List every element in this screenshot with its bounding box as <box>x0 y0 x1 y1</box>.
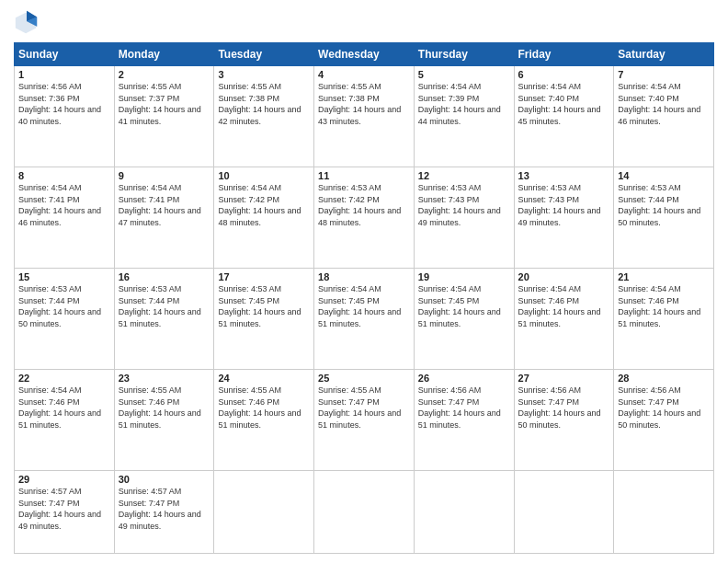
col-saturday: Saturday <box>614 43 714 66</box>
day-info: Sunrise: 4:54 AMSunset: 7:46 PMDaylight:… <box>18 385 110 431</box>
day-number: 21 <box>618 271 710 282</box>
calendar-cell: 14Sunrise: 4:53 AMSunset: 7:44 PMDayligh… <box>614 167 714 269</box>
day-number: 2 <box>119 69 210 80</box>
day-number: 24 <box>218 373 310 384</box>
day-number: 29 <box>18 474 110 485</box>
day-info: Sunrise: 4:54 AMSunset: 7:41 PMDaylight:… <box>119 182 210 228</box>
calendar-week-row: 1Sunrise: 4:56 AMSunset: 7:36 PMDaylight… <box>15 66 714 167</box>
calendar-cell: 8Sunrise: 4:54 AMSunset: 7:41 PMDaylight… <box>15 167 115 269</box>
calendar-cell: 5Sunrise: 4:54 AMSunset: 7:39 PMDaylight… <box>414 66 514 167</box>
day-info: Sunrise: 4:57 AMSunset: 7:47 PMDaylight:… <box>119 486 210 532</box>
day-info: Sunrise: 4:54 AMSunset: 7:39 PMDaylight:… <box>418 81 510 127</box>
col-wednesday: Wednesday <box>314 43 415 66</box>
col-sunday: Sunday <box>15 43 115 66</box>
calendar-cell: 7Sunrise: 4:54 AMSunset: 7:40 PMDaylight… <box>614 66 714 167</box>
day-info: Sunrise: 4:55 AMSunset: 7:38 PMDaylight:… <box>318 81 410 127</box>
calendar-cell <box>414 471 514 554</box>
calendar-cell: 25Sunrise: 4:55 AMSunset: 7:47 PMDayligh… <box>314 370 415 471</box>
col-thursday: Thursday <box>414 43 514 66</box>
calendar-cell: 16Sunrise: 4:53 AMSunset: 7:44 PMDayligh… <box>114 269 214 370</box>
calendar-cell: 6Sunrise: 4:54 AMSunset: 7:40 PMDaylight… <box>514 66 614 167</box>
day-number: 26 <box>418 373 510 384</box>
calendar-cell <box>314 471 415 554</box>
calendar-table: Sunday Monday Tuesday Wednesday Thursday… <box>14 42 714 554</box>
calendar-cell: 19Sunrise: 4:54 AMSunset: 7:45 PMDayligh… <box>414 269 514 370</box>
day-number: 15 <box>18 271 110 282</box>
calendar-cell: 29Sunrise: 4:57 AMSunset: 7:47 PMDayligh… <box>15 471 115 554</box>
calendar-cell: 12Sunrise: 4:53 AMSunset: 7:43 PMDayligh… <box>414 167 514 269</box>
day-info: Sunrise: 4:55 AMSunset: 7:46 PMDaylight:… <box>119 385 210 431</box>
day-number: 6 <box>518 69 610 80</box>
day-number: 11 <box>318 170 410 181</box>
calendar-cell: 22Sunrise: 4:54 AMSunset: 7:46 PMDayligh… <box>15 370 115 471</box>
calendar-cell: 30Sunrise: 4:57 AMSunset: 7:47 PMDayligh… <box>114 471 214 554</box>
calendar-cell: 11Sunrise: 4:53 AMSunset: 7:42 PMDayligh… <box>314 167 415 269</box>
day-number: 19 <box>418 271 510 282</box>
calendar-week-row: 22Sunrise: 4:54 AMSunset: 7:46 PMDayligh… <box>15 370 714 471</box>
day-number: 5 <box>418 69 510 80</box>
day-info: Sunrise: 4:54 AMSunset: 7:40 PMDaylight:… <box>518 81 610 127</box>
day-number: 23 <box>119 373 210 384</box>
day-number: 25 <box>318 373 410 384</box>
day-info: Sunrise: 4:53 AMSunset: 7:44 PMDaylight:… <box>119 283 210 329</box>
calendar-cell: 20Sunrise: 4:54 AMSunset: 7:46 PMDayligh… <box>514 269 614 370</box>
day-number: 16 <box>119 271 210 282</box>
day-number: 8 <box>18 170 110 181</box>
page: Sunday Monday Tuesday Wednesday Thursday… <box>0 0 728 563</box>
calendar-week-row: 29Sunrise: 4:57 AMSunset: 7:47 PMDayligh… <box>15 471 714 554</box>
day-info: Sunrise: 4:55 AMSunset: 7:38 PMDaylight:… <box>218 81 310 127</box>
day-number: 28 <box>618 373 710 384</box>
calendar-cell: 18Sunrise: 4:54 AMSunset: 7:45 PMDayligh… <box>314 269 415 370</box>
calendar-cell: 21Sunrise: 4:54 AMSunset: 7:46 PMDayligh… <box>614 269 714 370</box>
day-number: 12 <box>418 170 510 181</box>
day-info: Sunrise: 4:53 AMSunset: 7:42 PMDaylight:… <box>318 182 410 228</box>
calendar-header-row: Sunday Monday Tuesday Wednesday Thursday… <box>15 43 714 66</box>
day-info: Sunrise: 4:53 AMSunset: 7:44 PMDaylight:… <box>618 182 710 228</box>
day-info: Sunrise: 4:53 AMSunset: 7:43 PMDaylight:… <box>518 182 610 228</box>
day-info: Sunrise: 4:53 AMSunset: 7:45 PMDaylight:… <box>218 283 310 329</box>
calendar-cell: 26Sunrise: 4:56 AMSunset: 7:47 PMDayligh… <box>414 370 514 471</box>
calendar-cell: 23Sunrise: 4:55 AMSunset: 7:46 PMDayligh… <box>114 370 214 471</box>
calendar-body: 1Sunrise: 4:56 AMSunset: 7:36 PMDaylight… <box>15 66 714 554</box>
calendar-cell <box>214 471 314 554</box>
calendar-cell: 1Sunrise: 4:56 AMSunset: 7:36 PMDaylight… <box>15 66 115 167</box>
calendar-cell: 10Sunrise: 4:54 AMSunset: 7:42 PMDayligh… <box>214 167 314 269</box>
calendar-cell: 2Sunrise: 4:55 AMSunset: 7:37 PMDaylight… <box>114 66 214 167</box>
calendar-cell: 3Sunrise: 4:55 AMSunset: 7:38 PMDaylight… <box>214 66 314 167</box>
day-info: Sunrise: 4:56 AMSunset: 7:47 PMDaylight:… <box>518 385 610 431</box>
day-number: 7 <box>618 69 710 80</box>
logo-icon <box>14 9 40 35</box>
day-info: Sunrise: 4:55 AMSunset: 7:37 PMDaylight:… <box>119 81 210 127</box>
calendar-cell: 17Sunrise: 4:53 AMSunset: 7:45 PMDayligh… <box>214 269 314 370</box>
day-number: 9 <box>119 170 210 181</box>
calendar-cell: 9Sunrise: 4:54 AMSunset: 7:41 PMDaylight… <box>114 167 214 269</box>
day-number: 10 <box>218 170 310 181</box>
day-info: Sunrise: 4:56 AMSunset: 7:36 PMDaylight:… <box>18 81 110 127</box>
calendar-cell <box>514 471 614 554</box>
day-number: 27 <box>518 373 610 384</box>
calendar-cell: 28Sunrise: 4:56 AMSunset: 7:47 PMDayligh… <box>614 370 714 471</box>
day-number: 18 <box>318 271 410 282</box>
day-info: Sunrise: 4:54 AMSunset: 7:46 PMDaylight:… <box>618 283 710 329</box>
day-info: Sunrise: 4:54 AMSunset: 7:41 PMDaylight:… <box>18 182 110 228</box>
col-monday: Monday <box>114 43 214 66</box>
calendar-cell: 24Sunrise: 4:55 AMSunset: 7:46 PMDayligh… <box>214 370 314 471</box>
day-number: 17 <box>218 271 310 282</box>
logo <box>14 9 43 35</box>
day-info: Sunrise: 4:54 AMSunset: 7:42 PMDaylight:… <box>218 182 310 228</box>
day-number: 30 <box>119 474 210 485</box>
day-info: Sunrise: 4:54 AMSunset: 7:45 PMDaylight:… <box>318 283 410 329</box>
day-number: 22 <box>18 373 110 384</box>
calendar-cell <box>614 471 714 554</box>
day-info: Sunrise: 4:55 AMSunset: 7:47 PMDaylight:… <box>318 385 410 431</box>
header <box>14 9 714 35</box>
calendar-cell: 13Sunrise: 4:53 AMSunset: 7:43 PMDayligh… <box>514 167 614 269</box>
day-info: Sunrise: 4:56 AMSunset: 7:47 PMDaylight:… <box>618 385 710 431</box>
day-info: Sunrise: 4:54 AMSunset: 7:40 PMDaylight:… <box>618 81 710 127</box>
day-info: Sunrise: 4:53 AMSunset: 7:44 PMDaylight:… <box>18 283 110 329</box>
calendar-week-row: 15Sunrise: 4:53 AMSunset: 7:44 PMDayligh… <box>15 269 714 370</box>
day-number: 13 <box>518 170 610 181</box>
col-tuesday: Tuesday <box>214 43 314 66</box>
day-info: Sunrise: 4:57 AMSunset: 7:47 PMDaylight:… <box>18 486 110 532</box>
day-info: Sunrise: 4:55 AMSunset: 7:46 PMDaylight:… <box>218 385 310 431</box>
